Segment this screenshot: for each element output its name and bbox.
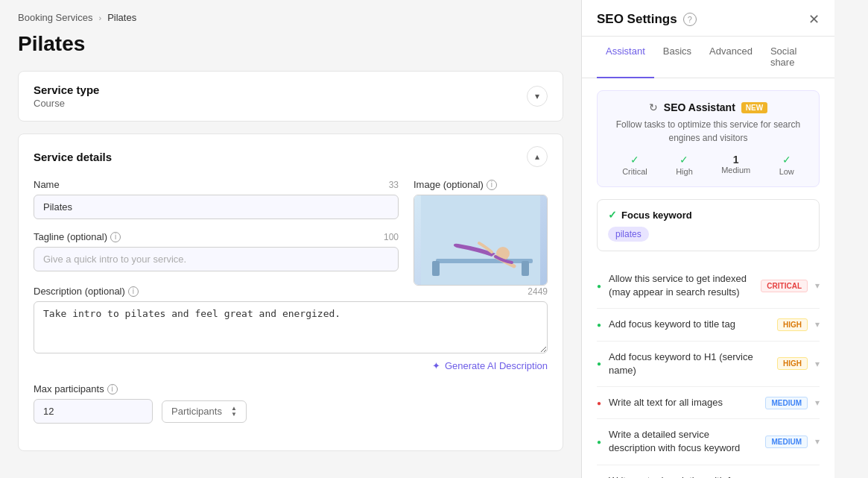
tagline-input[interactable] <box>34 247 399 271</box>
name-label: Name <box>34 179 60 190</box>
task-text-h1: Add focus keyword to H1 (service name) <box>609 350 770 377</box>
tagline-label-row: Tagline (optional) i 100 <box>34 231 399 242</box>
task-text-indexed: Allow this service to get indexed (may a… <box>609 272 753 299</box>
task-expand-icon[interactable]: ▾ <box>815 319 820 330</box>
stat-low-label: Low <box>779 167 794 176</box>
task-check-icon: ● <box>597 282 601 290</box>
image-upload-area[interactable] <box>414 195 548 286</box>
stat-critical-label: Critical <box>622 167 647 176</box>
task-item-meta-description: ● Write meta description with focus keyw… <box>597 465 820 479</box>
task-expand-icon[interactable]: ▾ <box>815 436 820 447</box>
generate-ai-label: Generate AI Description <box>445 360 548 371</box>
seo-assistant-description: Follow tasks to optimize this service fo… <box>608 118 808 145</box>
stat-critical: ✓ Critical <box>622 154 647 176</box>
image-info-icon[interactable]: i <box>487 180 497 190</box>
tagline-info-icon[interactable]: i <box>110 232 121 242</box>
description-info-icon[interactable]: i <box>128 286 139 297</box>
focus-keyword-box: ✓ Focus keyword pilates <box>597 199 820 251</box>
description-section: Description (optional) i 2449 Take intro… <box>34 286 548 371</box>
task-item-alt-text: ● Write alt text for all images MEDIUM ▾ <box>597 387 820 419</box>
service-type-title: Service type <box>34 84 99 96</box>
participants-label-row: Max participants i <box>34 383 548 394</box>
seo-assistant-box: ↻ SEO Assistant NEW Follow tasks to opti… <box>597 90 820 187</box>
tab-basics[interactable]: Basics <box>654 37 700 78</box>
seo-tabs: Assistant Basics Advanced Social share <box>582 37 834 78</box>
tab-advanced[interactable]: Advanced <box>700 37 761 78</box>
tagline-label: Tagline (optional) <box>34 231 107 242</box>
task-expand-icon[interactable]: ▾ <box>815 359 820 369</box>
image-section: Image (optional) i <box>414 179 548 286</box>
seo-close-button[interactable]: ✕ <box>808 13 820 35</box>
service-type-toggle-button[interactable]: ▾ <box>527 86 548 107</box>
task-item-description: ● Write a detailed service description w… <box>597 419 820 465</box>
task-list: ● Allow this service to get indexed (may… <box>597 263 820 478</box>
name-label-row: Name 33 <box>34 179 399 190</box>
high-check-icon: ✓ <box>676 154 693 166</box>
task-check-icon: ● <box>597 321 601 329</box>
tagline-char-count: 100 <box>384 232 399 242</box>
tab-assistant[interactable]: Assistant <box>597 37 654 78</box>
seo-header: SEO Settings ? ✕ <box>582 0 834 37</box>
seo-body: ↻ SEO Assistant NEW Follow tasks to opti… <box>582 78 834 478</box>
stat-high-label: High <box>676 167 693 176</box>
breadcrumb-booking-services[interactable]: Booking Services <box>18 12 92 23</box>
name-section: Name 33 Tagline (optional) i 100 <box>34 179 399 286</box>
description-textarea[interactable]: Take intro to pilates and feel great and… <box>34 301 548 353</box>
stat-medium-label: Medium <box>721 166 750 174</box>
description-label: Description (optional) <box>34 286 125 297</box>
service-details-card: Service details ▴ Name 33 Tagline (opt <box>18 133 563 451</box>
participants-input[interactable] <box>34 399 153 424</box>
stat-high: ✓ High <box>676 154 693 176</box>
focus-keyword-tag[interactable]: pilates <box>608 227 649 242</box>
task-expand-icon[interactable]: ▾ <box>815 397 820 408</box>
refresh-icon[interactable]: ↻ <box>649 101 658 113</box>
generate-ai-button[interactable]: ✦ Generate AI Description <box>34 360 548 371</box>
task-expand-icon[interactable]: ▾ <box>815 280 820 291</box>
participants-unit-field[interactable]: Participants ▲ ▼ <box>162 400 247 423</box>
svg-rect-2 <box>432 261 440 276</box>
name-image-row: Name 33 Tagline (optional) i 100 <box>34 179 548 286</box>
task-text-title-tag: Add focus keyword to title tag <box>609 318 770 331</box>
image-label: Image (optional) <box>414 179 484 190</box>
page-title: Pilates <box>18 32 563 56</box>
name-input[interactable] <box>34 195 399 219</box>
participants-stepper[interactable]: ▲ ▼ <box>231 406 237 418</box>
service-details-body: Name 33 Tagline (optional) i 100 <box>19 179 563 450</box>
chevron-down-icon: ▾ <box>535 91 539 101</box>
task-text-alt-text: Write alt text for all images <box>609 396 758 409</box>
chevron-up-icon: ▴ <box>535 151 539 162</box>
participants-section: Max participants i Participants ▲ ▼ <box>34 383 548 424</box>
tagline-section: Tagline (optional) i 100 <box>34 231 399 271</box>
task-error-icon: ● <box>597 399 601 407</box>
task-check-icon: ● <box>597 359 601 368</box>
tab-social-share[interactable]: Social share <box>761 37 820 78</box>
seo-help-icon[interactable]: ? <box>683 13 697 26</box>
service-type-header: Service type Course ▾ <box>19 72 563 121</box>
focus-keyword-header: ✓ Focus keyword <box>608 209 808 221</box>
task-badge-high-2: HIGH <box>777 357 808 370</box>
focus-keyword-check-icon: ✓ <box>608 209 617 221</box>
task-check-icon: ● <box>597 438 601 446</box>
stat-low: ✓ Low <box>779 154 794 176</box>
svg-rect-3 <box>522 261 529 276</box>
task-text-description: Write a detailed service description wit… <box>609 428 758 455</box>
name-char-count: 33 <box>389 180 399 190</box>
stat-medium: 1 Medium <box>721 154 750 176</box>
description-label-row: Description (optional) i 2449 <box>34 286 548 297</box>
service-details-toggle-button[interactable]: ▴ <box>527 146 548 167</box>
stepper-down-icon[interactable]: ▼ <box>231 412 237 418</box>
task-item-indexed: ● Allow this service to get indexed (may… <box>597 263 820 309</box>
participants-row: Participants ▲ ▼ <box>34 399 548 424</box>
task-badge-critical: CRITICAL <box>761 280 808 292</box>
sparkle-icon: ✦ <box>432 360 440 371</box>
service-details-title: Service details <box>34 151 112 163</box>
service-details-header: Service details ▴ <box>19 134 563 179</box>
task-badge-medium-2: MEDIUM <box>765 435 808 448</box>
svg-rect-1 <box>436 259 533 263</box>
participants-info-icon[interactable]: i <box>107 384 118 394</box>
task-text-meta: Write meta description with focus keywor… <box>609 474 771 479</box>
breadcrumb-separator: › <box>98 13 101 22</box>
breadcrumb-current: Pilates <box>107 12 136 23</box>
critical-check-icon: ✓ <box>622 154 647 166</box>
service-type-value: Course <box>34 98 99 109</box>
